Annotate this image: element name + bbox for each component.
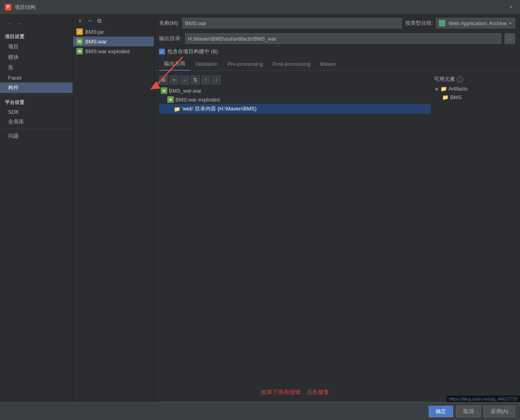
type-group-label: 按类型分组: — [405, 19, 433, 27]
app-icon: P — [5, 4, 11, 11]
remove-artifact-button[interactable]: − — [86, 17, 93, 24]
sidebar-item-sdk[interactable]: SDK — [0, 107, 73, 117]
tab-validation[interactable]: Validation — [190, 58, 222, 70]
sidebar-item-project[interactable]: 项目 — [0, 41, 73, 52]
available-tree: ▶ 📁 Artifacts 📁 BMS — [434, 84, 515, 417]
annotation-text: 如果下面有报错，点击修复 — [159, 384, 431, 401]
close-button[interactable]: × — [507, 3, 515, 11]
war-exploded-icon: W — [76, 48, 83, 54]
sidebar-item-problems[interactable]: 问题 — [0, 131, 73, 141]
url-bar: https://blog.csdn.net/qq_44627732 — [447, 396, 520, 402]
include-in-build-checkbox[interactable]: ✓ — [159, 49, 165, 54]
avail-item-artifacts[interactable]: ▶ 📁 Artifacts — [434, 84, 515, 93]
file-tree-btn-2[interactable]: + — [170, 76, 179, 84]
jar-icon: J — [76, 28, 83, 35]
browse-button[interactable]: ... — [505, 33, 515, 44]
bms-folder-icon: 📁 — [442, 94, 449, 100]
output-label: 输出目录: — [159, 35, 182, 42]
exploded-icon: W — [167, 96, 174, 103]
sidebar-item-modules[interactable]: 模块 — [0, 52, 73, 63]
artifacts-folder-icon: 📁 — [440, 86, 447, 92]
artifacts-toolbar: + − ⧉ — [73, 15, 154, 27]
file-tree-item-bms-war-exploded[interactable]: W BMS:war exploded — [159, 95, 431, 104]
cancel-button[interactable]: 取消 — [456, 406, 481, 417]
file-tree: W BMS_war.war W BMS:war exploded 📁 'web'… — [159, 86, 431, 384]
dropdown-arrow-icon: ▼ — [508, 21, 512, 26]
sidebar-nav: ← → — [0, 18, 73, 29]
artifacts-list-panel: + − ⧉ J BMS:jar W BMS:war W BMS:war expl… — [73, 15, 154, 420]
sidebar-divider — [0, 95, 73, 95]
sidebar: ← → 项目设置 项目 模块 库 Facet 构件 平台设置 SDK 全局库 问… — [0, 15, 73, 420]
project-settings-title: 项目设置 — [0, 31, 73, 41]
tab-preprocessing[interactable]: Pre-processing — [222, 58, 268, 70]
file-tree-btn-6[interactable]: ↓ — [212, 76, 221, 84]
sidebar-item-libs[interactable]: 库 — [0, 63, 73, 73]
avail-item-bms[interactable]: 📁 BMS — [434, 93, 515, 102]
artifact-item-bms-war-exploded[interactable]: W BMS:war exploded — [73, 46, 154, 56]
type-group-value: Web Application: Archive — [449, 20, 507, 26]
title-bar-left: P 项目结构 — [5, 4, 36, 11]
available-header: 可用元素 ? — [434, 74, 515, 84]
copy-artifact-button[interactable]: ⧉ — [96, 17, 103, 24]
include-in-build-label: 包含在项目构建中 (B) — [167, 48, 218, 55]
name-row: 名称(M): 按类型分组: 🌐 Web Application: Archive… — [154, 15, 520, 32]
tab-postprocessing[interactable]: Post-processing — [268, 58, 315, 70]
type-group-icon: 🌐 — [439, 20, 445, 26]
output-input[interactable] — [185, 33, 501, 44]
add-artifact-button[interactable]: + — [76, 17, 84, 24]
output-row: 输出目录: ... — [154, 32, 520, 45]
tabs-bar: 输出布局 Validation Pre-processing Post-proc… — [154, 58, 520, 71]
file-tree-btn-4[interactable]: ⇅ — [191, 76, 200, 84]
file-tree-panel: ⊞ + − ⇅ ↑ ↓ W BMS_war.war W — [159, 74, 431, 417]
file-tree-toolbar: ⊞ + − ⇅ ↑ ↓ — [159, 74, 431, 86]
chevron-right-icon: ▶ — [436, 87, 439, 91]
type-group-dropdown[interactable]: 🌐 Web Application: Archive ▼ — [436, 18, 515, 28]
checkbox-row: ✓ 包含在项目构建中 (B) — [154, 45, 520, 58]
confirm-button[interactable]: 确定 — [429, 406, 453, 417]
platform-settings-title: 平台设置 — [0, 97, 73, 107]
name-input[interactable] — [182, 18, 402, 28]
main-layout: ← → 项目设置 项目 模块 库 Facet 构件 平台设置 SDK 全局库 问… — [0, 15, 520, 420]
folder-icon: 📁 — [174, 106, 180, 112]
panels-area: ⊞ + − ⇅ ↑ ↓ W BMS_war.war W — [154, 71, 520, 420]
forward-button[interactable]: → — [15, 19, 23, 28]
sidebar-divider-2 — [0, 129, 73, 129]
sidebar-item-artifacts[interactable]: 构件 — [0, 82, 73, 93]
back-button[interactable]: ← — [5, 19, 13, 28]
sidebar-item-global-libs[interactable]: 全局库 — [0, 117, 73, 127]
dialog-buttons: 确定 取消 应用(A) — [0, 402, 520, 420]
right-panel: 名称(M): 按类型分组: 🌐 Web Application: Archive… — [154, 15, 520, 420]
available-label: 可用元素 — [434, 76, 455, 83]
file-tree-item-web-dir[interactable]: 📁 'web' 目录内容 (H:\Maven\BMS) — [159, 104, 431, 114]
file-tree-item-bms-war-war[interactable]: W BMS_war.war — [159, 86, 431, 95]
file-tree-btn-3[interactable]: − — [180, 76, 189, 84]
tab-maven[interactable]: Maven — [315, 58, 341, 70]
file-tree-btn-5[interactable]: ↑ — [201, 76, 210, 84]
sidebar-item-facet[interactable]: Facet — [0, 73, 73, 82]
dialog-title: 项目结构 — [15, 4, 36, 11]
artifact-item-bms-war[interactable]: W BMS:war — [73, 37, 154, 46]
available-help-icon[interactable]: ? — [457, 76, 463, 82]
war-file-icon: W — [161, 87, 167, 94]
artifact-item-bms-jar[interactable]: J BMS:jar — [73, 27, 154, 37]
title-bar: P 项目结构 × — [0, 0, 520, 15]
file-tree-btn-1[interactable]: ⊞ — [159, 76, 168, 84]
name-label: 名称(M): — [159, 19, 179, 27]
check-mark: ✓ — [160, 50, 164, 54]
war-icon: W — [76, 38, 83, 45]
apply-button[interactable]: 应用(A) — [484, 406, 515, 417]
tab-output-layout[interactable]: 输出布局 — [159, 58, 190, 71]
content-wrapper: + − ⧉ J BMS:jar W BMS:war W BMS:war expl… — [73, 15, 520, 420]
available-panel: 可用元素 ? ▶ 📁 Artifacts 📁 BMS — [434, 74, 515, 417]
